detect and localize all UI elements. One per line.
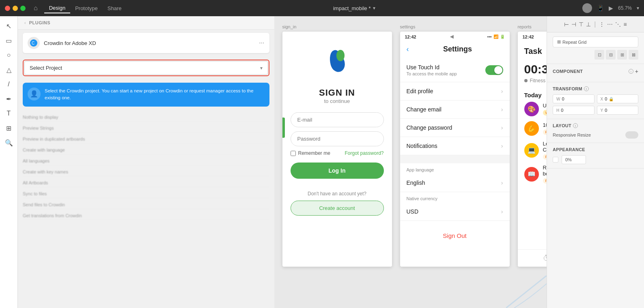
reports-label: reports [518,24,532,29]
select-tool[interactable]: ↖ [3,20,15,32]
panel-row-nothing: Nothing to display [23,113,269,122]
signin-title: SIGN IN [319,88,355,98]
home-icon[interactable]: ⌂ [34,4,38,12]
group-icon[interactable]: ⊞ [617,50,627,60]
tag-personal: Personal [543,154,547,160]
remember-checkbox[interactable] [291,151,296,156]
sign-out-button[interactable]: Sign Out [400,226,510,246]
lock-icon[interactable]: 🔒 [609,97,614,101]
repeat-grid-button[interactable]: ⊞ Repeat Grid [553,36,638,47]
align-top-icon[interactable]: ⊥ [586,21,591,28]
responsive-resize-toggle[interactable] [625,131,638,139]
settings-back-arrow[interactable]: ‹ [407,45,409,53]
zoom-chevron-icon[interactable]: ▾ [637,5,639,11]
tab-share[interactable]: Share [103,4,127,13]
pen-tool[interactable]: ✒ [3,93,15,105]
opacity-field[interactable]: 0% [562,155,586,164]
logo-green-shape [336,50,345,61]
transform-w-field[interactable]: W 0 [553,94,594,103]
text-tool[interactable]: T [3,108,15,119]
status-icons: ▪▪▪ 📶 🔋 [487,34,505,39]
align-bottom-icon[interactable]: ≡ [623,21,627,28]
x-label: X [601,97,603,101]
ungroup-icon[interactable]: ⊠ [629,50,638,60]
settings-currency[interactable]: USD › [400,203,510,221]
bottom-nav-timer-icon[interactable]: ⏱ [543,254,547,263]
task-icon-book: 📖 [524,167,539,182]
copy-icon[interactable]: ⊡ [594,50,604,60]
align-center-h-icon[interactable]: ⊣ [571,21,576,28]
tab-prototype[interactable]: Prototype [70,4,103,13]
sign-out-area: Sign Out [400,226,510,246]
crowdin-plugin-card[interactable]: C Crowdin for Adobe XD ··· [23,33,269,53]
currency-value: USD [407,208,419,215]
minimize-button[interactable] [13,6,18,11]
align-middle-icon[interactable]: ⋱ [615,21,621,28]
touch-id-sub: To access the mobile app [407,71,457,76]
native-currency-section: Native currency USD › [400,192,510,221]
component-tool[interactable]: ⊞ [3,122,15,134]
task-icon-situp: 💪 [524,121,539,136]
tools-panel: ↖ ▭ ○ △ / ✒ T ⊞ 🔍 [0,16,18,308]
repeat-grid-label: Repeat Grid [562,40,586,45]
transform-h-field[interactable]: H 0 [553,106,594,115]
transform-label: TRANSFORM i [553,86,589,91]
search-tool[interactable]: 🔍 [3,137,15,148]
distribute-h-icon[interactable]: ⋮ [599,21,605,28]
settings-header: ‹ Settings [400,42,510,58]
create-account-button[interactable]: Create account [291,201,384,216]
chevron-right-icon: › [501,180,503,186]
align-left-icon[interactable]: ⊢ [564,21,569,28]
chevron-right-icon: › [501,143,503,149]
maximize-button[interactable] [20,6,26,11]
appearance-checkbox[interactable] [553,157,558,163]
chevron-down-icon[interactable]: ▾ [373,5,375,11]
plugins-label: PLUGINS [29,20,50,25]
x-value: 0 [605,96,607,101]
reports-artboard: 12:42 ◀ ▪▪▪ 📶 🔋 Task ··· 00:32:10 › [518,32,547,267]
tab-design[interactable]: Design [44,3,70,13]
layout-section: LAYOUT i Responsive Resize [547,119,644,143]
app-language-section: App language English › [400,163,510,192]
close-button[interactable] [5,6,10,11]
plugin-more-icon[interactable]: ··· [259,39,264,47]
settings-language[interactable]: English › [400,174,510,192]
task-item: 🎨 UI Design Work Rasion Project 00:42:21… [524,102,547,116]
settings-change-email[interactable]: Change email › [400,101,510,119]
settings-notifications[interactable]: Notifications › [400,137,510,155]
login-button[interactable]: Log In [291,163,384,179]
distribute-v-icon[interactable]: ⋯ [607,21,613,28]
transform-info-icon: i [584,86,589,91]
line-tool[interactable]: / [3,79,15,90]
transform-y-field[interactable]: Y 0 [597,106,639,115]
password-field[interactable] [291,131,384,146]
chevron-right-icon: › [501,124,503,131]
play-button[interactable]: ▶ [609,5,613,11]
component-add-icon[interactable]: + [635,68,638,75]
main-area: ↖ ▭ ○ △ / ✒ T ⊞ 🔍 ‹ PLUGINS C Crowdin fo… [0,16,644,308]
align-right-icon[interactable]: ⊤ [579,21,584,28]
signin-label: sign_in [282,24,297,29]
touch-id-toggle[interactable] [485,65,503,75]
forgot-password-link[interactable]: Forgot password? [345,150,383,156]
email-field[interactable] [291,112,384,127]
settings-title: Settings [412,45,503,53]
triangle-tool[interactable]: △ [3,64,15,75]
right-panel-top: ⊢ ⊣ ⊤ ⊥ | ⋮ ⋯ ⋱ ≡ [547,16,644,32]
top-right: 📱 ▶ 65.7% ▾ [582,3,639,13]
settings-time: 12:42 [405,34,416,39]
bottom-nav: ⏱ 🕐 [518,249,547,267]
paste-icon[interactable]: ⊟ [606,50,616,60]
transform-x-field[interactable]: X 0 🔒 [597,94,639,103]
select-project-dropdown[interactable]: Select Project ▾ [24,61,268,75]
timer-project: Fitness Project [530,78,547,83]
task-list: 🎨 UI Design Work Rasion Project 00:42:21… [518,102,547,184]
settings-change-password[interactable]: Change password › [400,119,510,137]
back-icon[interactable]: ‹ [24,20,26,25]
ellipse-tool[interactable]: ○ [3,49,15,61]
settings-edit-profile[interactable]: Edit profile › [400,82,510,101]
change-email-label: Change email [407,106,442,113]
reports-time: 12:42 [523,34,534,39]
rectangle-tool[interactable]: ▭ [3,35,15,46]
y-value: 0 [605,108,607,113]
